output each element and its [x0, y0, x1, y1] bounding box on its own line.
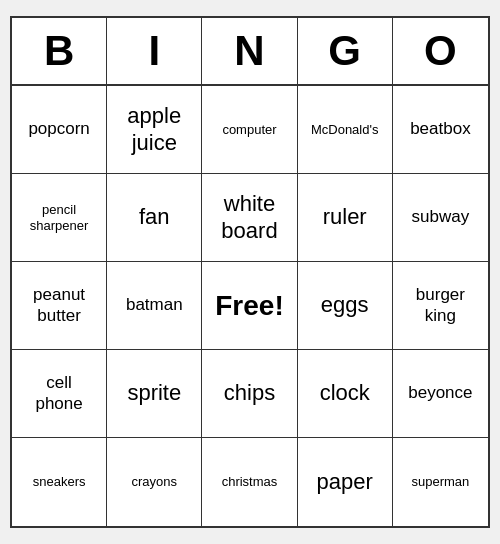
bingo-letter-g: G: [298, 18, 393, 84]
cell-text: sneakers: [33, 474, 86, 490]
cell-text: whiteboard: [221, 191, 277, 244]
bingo-cell-12: Free!: [202, 262, 297, 350]
cell-text: pencilsharpener: [30, 202, 89, 233]
bingo-cell-13: eggs: [298, 262, 393, 350]
bingo-grid: popcornapplejuicecomputerMcDonald'sbeatb…: [12, 86, 488, 526]
bingo-cell-1: applejuice: [107, 86, 202, 174]
bingo-letter-n: N: [202, 18, 297, 84]
bingo-cell-18: clock: [298, 350, 393, 438]
cell-text: cellphone: [35, 373, 82, 414]
cell-text: crayons: [132, 474, 178, 490]
cell-text: applejuice: [127, 103, 181, 156]
cell-text: eggs: [321, 292, 369, 318]
bingo-cell-8: ruler: [298, 174, 393, 262]
bingo-cell-5: pencilsharpener: [12, 174, 107, 262]
bingo-cell-0: popcorn: [12, 86, 107, 174]
cell-text: beyonce: [408, 383, 472, 403]
bingo-cell-9: subway: [393, 174, 488, 262]
bingo-header: BINGO: [12, 18, 488, 86]
cell-text: superman: [411, 474, 469, 490]
cell-text: chips: [224, 380, 275, 406]
cell-text: christmas: [222, 474, 278, 490]
cell-text: beatbox: [410, 119, 471, 139]
cell-text: McDonald's: [311, 122, 379, 138]
cell-text: batman: [126, 295, 183, 315]
cell-text: peanutbutter: [33, 285, 85, 326]
bingo-cell-14: burgerking: [393, 262, 488, 350]
bingo-letter-i: I: [107, 18, 202, 84]
bingo-letter-o: O: [393, 18, 488, 84]
cell-text: popcorn: [28, 119, 89, 139]
bingo-cell-11: batman: [107, 262, 202, 350]
cell-text: fan: [139, 204, 170, 230]
cell-text: subway: [412, 207, 470, 227]
cell-text: clock: [320, 380, 370, 406]
cell-text: burgerking: [416, 285, 465, 326]
cell-text: sprite: [127, 380, 181, 406]
bingo-cell-15: cellphone: [12, 350, 107, 438]
bingo-cell-4: beatbox: [393, 86, 488, 174]
cell-text: Free!: [215, 289, 283, 323]
bingo-cell-10: peanutbutter: [12, 262, 107, 350]
bingo-cell-3: McDonald's: [298, 86, 393, 174]
bingo-cell-21: crayons: [107, 438, 202, 526]
bingo-cell-20: sneakers: [12, 438, 107, 526]
bingo-cell-19: beyonce: [393, 350, 488, 438]
bingo-cell-7: whiteboard: [202, 174, 297, 262]
bingo-card: BINGO popcornapplejuicecomputerMcDonald'…: [10, 16, 490, 528]
bingo-cell-22: christmas: [202, 438, 297, 526]
cell-text: ruler: [323, 204, 367, 230]
bingo-cell-6: fan: [107, 174, 202, 262]
bingo-cell-2: computer: [202, 86, 297, 174]
bingo-cell-16: sprite: [107, 350, 202, 438]
bingo-cell-23: paper: [298, 438, 393, 526]
bingo-cell-17: chips: [202, 350, 297, 438]
cell-text: paper: [317, 469, 373, 495]
cell-text: computer: [222, 122, 276, 138]
bingo-letter-b: B: [12, 18, 107, 84]
bingo-cell-24: superman: [393, 438, 488, 526]
